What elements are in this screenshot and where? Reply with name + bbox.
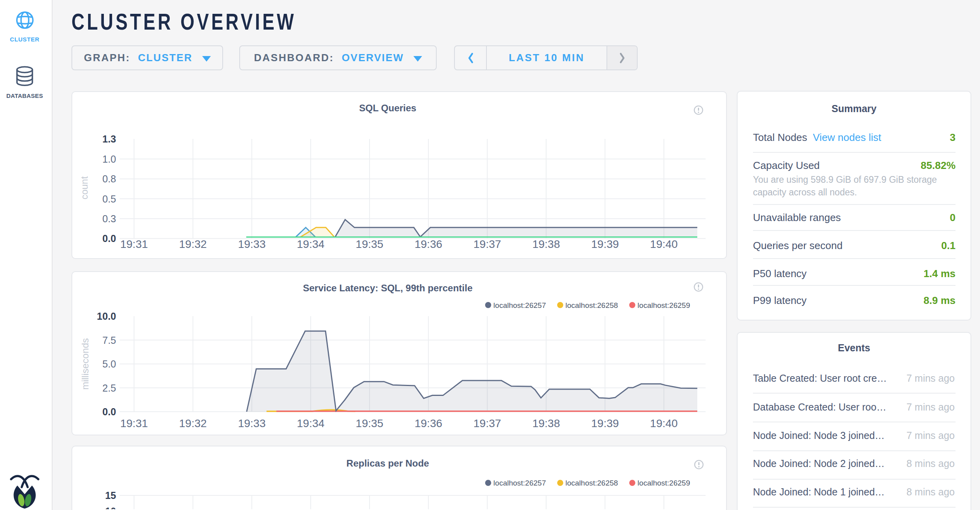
svg-text:0.8: 0.8 [102,173,116,184]
svg-text:19:39: 19:39 [591,238,619,250]
svg-text:localhost:26259: localhost:26259 [638,479,690,487]
svg-text:2.5: 2.5 [102,382,116,394]
svg-text:1.0: 1.0 [102,154,116,165]
svg-text:10.0: 10.0 [97,311,116,322]
svg-text:19:39: 19:39 [591,417,619,429]
svg-text:19:37: 19:37 [473,417,501,429]
svg-text:milliseconds: milliseconds [80,338,90,390]
svg-text:19:37: 19:37 [473,238,501,250]
svg-text:19:36: 19:36 [415,238,442,250]
svg-text:19:34: 19:34 [297,417,325,429]
svg-text:19:38: 19:38 [532,238,560,250]
svg-text:19:33: 19:33 [238,417,266,429]
svg-text:localhost:26257: localhost:26257 [494,301,546,309]
svg-text:0.3: 0.3 [102,213,116,224]
svg-text:19:35: 19:35 [356,417,383,429]
svg-text:0.0: 0.0 [102,233,116,244]
svg-text:0.5: 0.5 [102,193,116,204]
svg-text:19:32: 19:32 [179,417,207,429]
svg-text:localhost:26259: localhost:26259 [638,301,690,309]
svg-text:5.0: 5.0 [102,358,116,369]
svg-text:1.3: 1.3 [102,133,116,144]
svg-text:19:40: 19:40 [650,238,678,250]
svg-text:19:33: 19:33 [238,238,266,250]
svg-text:19:31: 19:31 [120,238,148,250]
svg-text:19:35: 19:35 [356,238,383,250]
svg-text:19:32: 19:32 [179,238,207,250]
svg-text:19:40: 19:40 [650,417,678,429]
svg-text:localhost:26258: localhost:26258 [565,301,618,309]
svg-text:count: count [79,176,90,199]
svg-text:19:36: 19:36 [415,417,442,429]
svg-text:15: 15 [105,490,116,501]
svg-text:7.5: 7.5 [102,335,116,346]
svg-text:19:38: 19:38 [532,417,560,429]
svg-text:19:34: 19:34 [297,238,325,250]
svg-text:localhost:26257: localhost:26257 [494,479,546,487]
svg-text:10: 10 [105,506,116,509]
svg-text:localhost:26258: localhost:26258 [565,479,618,487]
svg-text:0.0: 0.0 [102,406,116,417]
svg-text:19:31: 19:31 [120,417,148,429]
